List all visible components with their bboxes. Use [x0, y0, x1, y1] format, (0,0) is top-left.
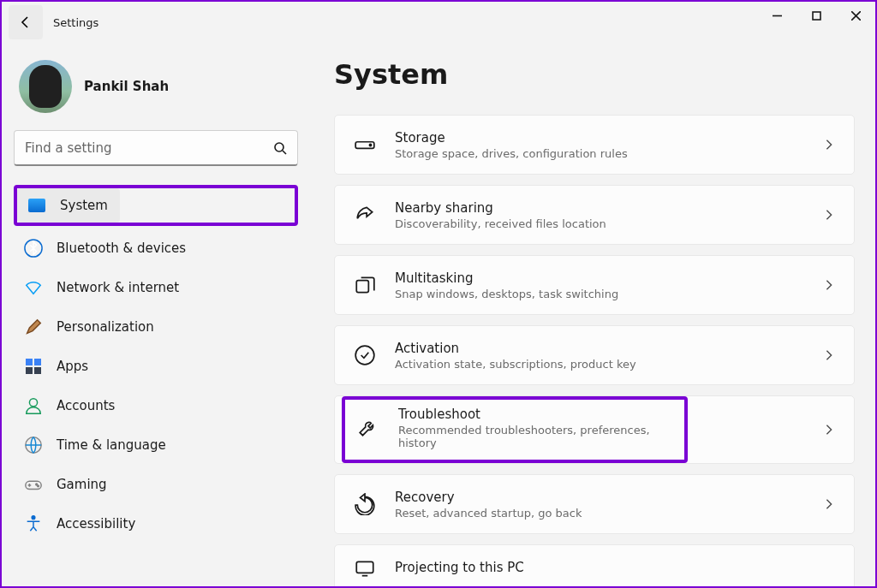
back-button[interactable]	[9, 5, 43, 39]
profile[interactable]: Pankil Shah	[19, 60, 298, 113]
check-circle-icon	[354, 344, 376, 366]
project-icon	[354, 557, 376, 579]
page-title: System	[334, 58, 855, 91]
highlight-troubleshoot: Troubleshoot Recommended troubleshooters…	[342, 396, 688, 463]
titlebar: Settings	[2, 2, 875, 43]
card-recovery[interactable]: Recovery Reset, advanced startup, go bac…	[334, 474, 855, 534]
card-projecting[interactable]: Projecting to this PC	[334, 544, 855, 586]
svg-rect-0	[813, 12, 820, 20]
nav-personalization[interactable]: Personalization	[14, 310, 298, 344]
nav-system[interactable]: System	[17, 188, 120, 223]
card-multitasking[interactable]: Multitasking Snap windows, desktops, tas…	[334, 255, 855, 315]
sidebar: Pankil Shah System Bluetooth & devices N…	[2, 43, 310, 586]
wrench-icon	[357, 417, 379, 439]
card-desc: Snap windows, desktops, task switching	[395, 288, 804, 300]
window-controls	[757, 2, 875, 29]
svg-rect-11	[356, 281, 368, 293]
nav-label: System	[60, 198, 108, 213]
apps-icon	[24, 357, 43, 376]
window-title: Settings	[53, 16, 98, 29]
main-content: System Storage Storage space, drives, co…	[310, 43, 875, 586]
search-input[interactable]	[25, 140, 273, 156]
chevron-right-icon	[823, 279, 835, 291]
share-icon	[354, 204, 376, 226]
nav-label: Time & language	[57, 437, 166, 453]
svg-point-3	[29, 399, 37, 407]
nav-label: Bluetooth & devices	[57, 241, 186, 256]
close-button[interactable]	[836, 2, 875, 29]
svg-rect-13	[356, 561, 373, 573]
svg-point-12	[355, 346, 374, 365]
minimize-icon	[773, 11, 782, 21]
card-desc: Discoverability, received files location	[395, 217, 804, 230]
gamepad-icon	[24, 475, 43, 494]
nav-accessibility[interactable]: Accessibility	[14, 507, 298, 541]
svg-point-1	[275, 143, 283, 151]
svg-point-10	[369, 144, 371, 146]
svg-point-6	[36, 484, 38, 485]
card-troubleshoot[interactable]: Troubleshoot Recommended troubleshooters…	[334, 395, 855, 464]
maximize-button[interactable]	[796, 2, 836, 29]
nav-gaming[interactable]: Gaming	[14, 467, 298, 502]
recovery-icon	[354, 493, 376, 515]
nav-accounts[interactable]: Accounts	[14, 389, 298, 423]
nav-bluetooth[interactable]: Bluetooth & devices	[14, 231, 298, 265]
brush-icon	[24, 318, 43, 336]
search-icon	[273, 141, 287, 155]
card-storage[interactable]: Storage Storage space, drives, configura…	[334, 115, 855, 175]
chevron-right-icon	[823, 424, 835, 436]
nav-label: Personalization	[57, 319, 154, 335]
svg-point-8	[32, 516, 35, 520]
nav-label: Network & internet	[57, 280, 179, 295]
chevron-right-icon	[823, 209, 835, 221]
person-icon	[24, 396, 43, 415]
card-desc: Recommended troubleshooters, preferences…	[398, 424, 672, 449]
card-title: Storage	[395, 130, 804, 146]
profile-name: Pankil Shah	[84, 79, 169, 94]
chevron-right-icon	[823, 349, 835, 361]
nav-label: Accounts	[57, 398, 115, 413]
card-desc: Activation state, subscriptions, product…	[395, 358, 804, 371]
avatar	[19, 60, 72, 113]
card-activation[interactable]: Activation Activation state, subscriptio…	[334, 325, 855, 385]
nav-label: Accessibility	[57, 516, 135, 532]
system-icon	[27, 196, 46, 215]
search-box[interactable]	[14, 130, 298, 166]
card-title: Multitasking	[395, 270, 804, 286]
card-title: Nearby sharing	[395, 200, 804, 216]
clock-globe-icon	[24, 436, 43, 454]
close-icon	[851, 11, 861, 21]
card-title: Projecting to this PC	[395, 560, 835, 575]
maximize-icon	[812, 11, 821, 21]
card-list: Storage Storage space, drives, configura…	[334, 115, 855, 586]
nav-label: Gaming	[57, 477, 107, 492]
wifi-icon	[24, 278, 43, 297]
nav: System Bluetooth & devices Network & int…	[14, 185, 298, 541]
svg-point-7	[38, 485, 39, 487]
card-nearby-sharing[interactable]: Nearby sharing Discoverability, received…	[334, 185, 855, 245]
multitask-icon	[354, 274, 376, 296]
nav-apps[interactable]: Apps	[14, 349, 298, 383]
card-title: Activation	[395, 341, 804, 356]
accessibility-icon	[24, 514, 43, 533]
storage-icon	[354, 134, 376, 156]
arrow-left-icon	[19, 15, 33, 29]
card-desc: Storage space, drives, configuration rul…	[395, 147, 804, 160]
nav-label: Apps	[57, 359, 88, 374]
chevron-right-icon	[823, 498, 835, 510]
nav-network[interactable]: Network & internet	[14, 270, 298, 305]
bluetooth-icon	[24, 239, 43, 258]
chevron-right-icon	[823, 139, 835, 151]
highlight-system: System	[14, 185, 298, 226]
card-title: Troubleshoot	[398, 407, 672, 422]
minimize-button[interactable]	[757, 2, 796, 29]
nav-time[interactable]: Time & language	[14, 428, 298, 462]
card-title: Recovery	[395, 490, 804, 505]
card-desc: Reset, advanced startup, go back	[395, 507, 804, 520]
